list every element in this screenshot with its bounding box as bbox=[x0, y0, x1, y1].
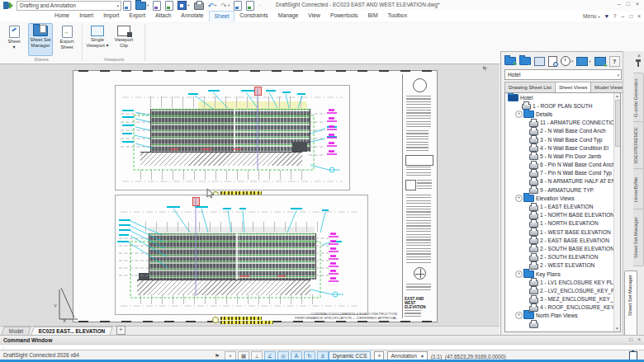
new-sheet-set-button[interactable] bbox=[504, 57, 516, 65]
workspace-selector[interactable]: Drafting and Annotation ▾ bbox=[17, 1, 121, 11]
sheet-list-table-button[interactable] bbox=[534, 57, 545, 66]
open-folder-button[interactable]: ▾ bbox=[135, 1, 149, 11]
menu-tab-toolbox[interactable]: Toolbox bbox=[383, 11, 412, 21]
tree-sheet-view-2-n-wall-base-cond-anch[interactable]: 2 - N Wall Base Cond Anch bbox=[505, 127, 620, 135]
export-sheet-button[interactable]: ExportSheet bbox=[54, 23, 79, 56]
tree-sheet-view-9-armatuure-typ[interactable]: 9 - ARMATUURE TYP. bbox=[505, 186, 620, 194]
more-commands-button[interactable]: · bbox=[258, 1, 262, 11]
pin-icon[interactable] bbox=[637, 62, 639, 67]
save-button[interactable]: ▾ bbox=[177, 1, 190, 11]
menu-tab-attach[interactable]: Attach bbox=[150, 11, 176, 21]
help-button[interactable]: ? bbox=[609, 56, 620, 67]
tree-sheet-view-11-armature-connection-to-column[interactable]: 11 - ARMATURE CONNECTION TO COLUMN bbox=[505, 119, 620, 127]
tree-sheet-view-8-n-armature-half-at-end-typ[interactable]: 8 - N ARMATURE HALF AT END TYP bbox=[505, 177, 620, 186]
tree-sheet-view-1-east-elevation[interactable]: 1 - EAST ELEVATION bbox=[505, 202, 620, 210]
menu-tab-constraints[interactable]: Constraints bbox=[234, 11, 272, 21]
expand-toggle-icon[interactable]: + bbox=[515, 270, 523, 278]
tree-folder-hotel[interactable]: Hotel bbox=[505, 93, 620, 101]
tree-sheet-view-1-west-base-elevation[interactable]: 1 - WEST BASE ELEVATION bbox=[505, 228, 620, 236]
side-tab-sheet-set-manager[interactable]: Sheet Set Manager bbox=[633, 209, 644, 266]
expand-toggle-icon[interactable]: + bbox=[515, 312, 523, 319]
preview-sheet-button[interactable] bbox=[548, 56, 557, 67]
tree-sheet-view-2-east-base-elevation[interactable]: 2 - EAST BASE ELEVATION bbox=[505, 236, 620, 244]
maximize-button[interactable]: □ bbox=[627, 1, 630, 7]
scroll-down-icon[interactable]: ▼ bbox=[614, 327, 620, 331]
sheet-button[interactable]: Sheet▾ bbox=[2, 23, 26, 56]
tree-sheet-view-2-lv2-enclosure-key-plan[interactable]: 2 - LV2_ENCLOSURE_KEY_PLAN bbox=[505, 286, 620, 294]
doc-minimize-button[interactable]: – bbox=[621, 13, 624, 19]
menu-tab-home[interactable]: Home bbox=[50, 11, 74, 21]
tree-sheet-view-6-pin-n-wall-base-cond-anch[interactable]: 6 - Pin N Wall Base Cond Anch bbox=[505, 161, 620, 169]
tree-folder-north-plan-views[interactable]: +North Plan Views bbox=[505, 312, 620, 320]
copy-sheet-button[interactable] bbox=[233, 1, 243, 11]
tree-sheet-view-2-south-elevation[interactable]: 2 - SOUTH ELEVATION bbox=[505, 253, 620, 261]
tree-sheet-view-4-roof-enclosure-key-plan[interactable]: 4 - ROOF_ENCLOSURE_KEY_PLAN bbox=[505, 303, 620, 312]
viewport-clip-button[interactable]: ViewportClip bbox=[111, 23, 136, 56]
export-doc-icon bbox=[246, 1, 254, 11]
add-view-button[interactable] bbox=[594, 57, 606, 66]
menu-dropdown[interactable]: Menu ▾ bbox=[583, 13, 600, 19]
tree-sheet-view-partial[interactable] bbox=[505, 320, 620, 328]
tree-folder-elevation-views[interactable]: +Elevation Views bbox=[505, 194, 620, 202]
palette-tab-sheet-views[interactable]: Sheet Views bbox=[556, 82, 591, 93]
redo-button[interactable]: ↷▾ bbox=[220, 1, 230, 11]
close-button[interactable]: × bbox=[636, 1, 639, 7]
drawing-canvas[interactable]: EAST AND WEST ELEVATION CONTRACT DOCUMEN… bbox=[0, 63, 500, 327]
cmd-restore-button[interactable]: □ bbox=[629, 336, 632, 342]
tree-sheet-view-4-n-wall-base-condition-el[interactable]: 4 - N Wall Base Condition El bbox=[505, 143, 620, 152]
favorites-heart-icon[interactable]: ♥ bbox=[605, 13, 608, 19]
tree-sheet-view-7-pin-n-wall-base-cond-typ[interactable]: 7 - Pin N Wall Base Cond Typ bbox=[505, 169, 620, 177]
import-doc-button[interactable] bbox=[152, 1, 162, 11]
menu-tab-manage[interactable]: Manage bbox=[273, 11, 304, 21]
tree-sheet-view-1-north-elevation[interactable]: 1 - NORTH ELEVATION bbox=[505, 219, 620, 228]
scrollbar-thumb[interactable] bbox=[615, 100, 621, 147]
scroll-up-icon[interactable]: ▲ bbox=[614, 94, 620, 98]
tree-sheet-view-1-lv1-enclosure-key-plan[interactable]: 1 - LV1 ENCLOSURE KEY PLAN bbox=[505, 278, 620, 286]
recent-sheet-sets-button[interactable]: ▾ bbox=[561, 56, 573, 66]
app-window-buttons: – □ × bbox=[618, 1, 639, 7]
menu-tab-powertools[interactable]: Powertools bbox=[325, 11, 363, 21]
add-sheet-tab-button[interactable]: + bbox=[116, 326, 125, 335]
menu-tab-annotate[interactable]: Annotate bbox=[176, 11, 208, 21]
tree-sheet-view-2-south-base-elevation[interactable]: 2 - SOUTH BASE ELEVATION bbox=[505, 244, 620, 252]
doc-restore-button[interactable]: □ bbox=[629, 13, 632, 19]
attach-doc-button[interactable] bbox=[164, 1, 174, 11]
undo-button[interactable]: ↶▾ bbox=[207, 1, 218, 11]
tree-folder-key-plans[interactable]: +Key Plans bbox=[505, 270, 620, 278]
single-viewport-button[interactable]: SingleViewport ▾ bbox=[85, 23, 110, 56]
cmd-close-button[interactable]: × bbox=[637, 336, 641, 342]
print-button[interactable] bbox=[193, 1, 205, 11]
menu-tab-bim[interactable]: BIM bbox=[363, 11, 383, 21]
palette-tab-drawing-sheet-list[interactable]: Drawing Sheet List bbox=[504, 82, 556, 93]
import-sheet-set-button[interactable] bbox=[519, 57, 531, 65]
tree-scrollbar[interactable]: ▲ ▼ bbox=[613, 93, 620, 331]
minimize-button[interactable]: – bbox=[618, 1, 621, 7]
help-button[interactable]: ? bbox=[613, 13, 617, 19]
menu-tab-export[interactable]: Export bbox=[124, 11, 150, 21]
tree-sheet-view-3-n-wall-base-cond-typ[interactable]: 3 - N Wall Base Cond Typ bbox=[505, 135, 620, 143]
side-tab-homebyme[interactable]: HomeByMe bbox=[633, 168, 644, 211]
tree-sheet-view-2-west-elevation[interactable]: 2 - WEST ELEVATION bbox=[505, 261, 620, 270]
tree-item-label: 2 - LV2_ENCLOSURE_KEY_PLAN bbox=[540, 288, 621, 294]
sheet-set-selector[interactable]: Hotel ▾ bbox=[504, 69, 622, 80]
side-tab-3dexperience[interactable]: 3DEXPERIENCE bbox=[633, 121, 644, 171]
pan-widget-icon[interactable] bbox=[483, 66, 488, 71]
new-sheet-button[interactable] bbox=[122, 1, 132, 11]
menu-tab-sheet[interactable]: Sheet bbox=[209, 11, 235, 21]
menu-tab-insert[interactable]: Insert bbox=[74, 11, 98, 21]
expand-toggle-icon[interactable]: + bbox=[515, 110, 523, 118]
sheet-set-manager-button[interactable]: Sheet SetManager bbox=[28, 23, 53, 56]
expand-toggle-icon[interactable]: + bbox=[515, 195, 523, 202]
panel-close-button[interactable]: × bbox=[637, 53, 641, 59]
menu-tab-view[interactable]: View bbox=[303, 11, 325, 21]
new-view-button[interactable]: ▾ bbox=[576, 57, 590, 66]
tree-sheet-view-1-roof-plan-south[interactable]: 1 - ROOF PLAN SOUTH bbox=[505, 101, 620, 110]
menu-tab-import[interactable]: Import bbox=[98, 11, 124, 21]
tree-folder-details[interactable]: +Details bbox=[505, 110, 620, 118]
export-doc-button[interactable] bbox=[245, 1, 255, 11]
tree-sheet-view-1-north-base-elevation[interactable]: 1 - NORTH BASE ELEVATION bbox=[505, 211, 620, 219]
doc-close-button[interactable]: × bbox=[637, 13, 641, 19]
tree-sheet-view-3-mez-enclosure-key-plan[interactable]: 3 - MEZ_ENCLOSURE_KEY_PLAN bbox=[505, 295, 620, 303]
side-tab-g-code-generator[interactable]: G-code Generator bbox=[633, 73, 644, 124]
tree-sheet-view-5-n-wall-pin-door-jamb[interactable]: 5 - N Wall Pin Door Jamb bbox=[505, 152, 620, 160]
